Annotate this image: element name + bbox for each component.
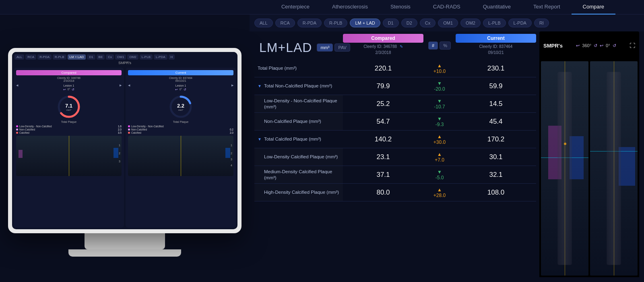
vtab-om1[interactable]: OM1	[438, 19, 458, 27]
smpr-rotate-right2-icon[interactable]: ↺	[613, 43, 616, 48]
compared-val-noncalcified: 54.7	[343, 113, 423, 131]
monitor-vessel-pink-bar	[19, 150, 23, 158]
top-navigation: Centerpiece Atherosclerosis Stenosis CAD…	[0, 0, 644, 15]
monitor-legend1-dot0	[16, 125, 18, 127]
nav-quantitative[interactable]: Quantitative	[472, 0, 522, 15]
metric-label-total-calcified: Total Calcifed Plaque (mm³)	[264, 136, 321, 142]
delta-up-total-plaque: +10.0	[433, 63, 446, 74]
monitor-refresh-icon[interactable]: ↺	[72, 88, 74, 91]
monitor-tab-be[interactable]: BE	[97, 54, 105, 60]
lmlad-mm3-btn[interactable]: mm³	[317, 44, 333, 52]
delta-lowdensity-noncalcified: -10.7	[423, 95, 456, 113]
toggle-hash-btn[interactable]: #	[428, 41, 438, 50]
compared-val-highdensity-calcified: 80.0	[343, 184, 423, 201]
compared-date: 2/3/2018	[376, 50, 391, 55]
delta-total-calcified: +30.0	[423, 131, 456, 148]
right-panel: ALL RCA R-PDA R-PLB LM + LAD D1 D2 Cx OM…	[250, 15, 644, 282]
vessel-tabs: ALL RCA R-PDA R-PLB LM + LAD D1 D2 Cx OM…	[250, 15, 644, 31]
vtab-cx[interactable]: Cx	[420, 19, 436, 27]
monitor-current-rotate-icon[interactable]: ↩	[175, 88, 178, 91]
vtab-om2[interactable]: OM2	[460, 19, 481, 27]
vtab-lmlad[interactable]: LM + LAD	[350, 19, 380, 27]
monitor-prev-nav[interactable]: ◀	[16, 84, 18, 87]
monitor-tab-rplb[interactable]: R-PLB	[53, 54, 66, 60]
arrow-up-icon-highdensity-calcified	[433, 187, 446, 193]
compared-badge: Compared	[343, 34, 423, 43]
nav-text-report[interactable]: Text Report	[522, 0, 571, 15]
arrow-down-icon-mediumdensity-calcified	[436, 169, 444, 175]
monitor-legend2: Low-Density - Non-Calcified Non-Calcifie…	[128, 125, 233, 134]
monitor-legend2-dot2	[128, 132, 130, 134]
monitor-screen: ALL RCA R-PDA R-PLB LM + LAD D1 BE Cx OM…	[12, 52, 237, 229]
smpr-rotate-right-icon[interactable]: ↺	[594, 43, 597, 48]
arrow-down-icon-lowdensity-noncalcified	[434, 98, 445, 104]
vtab-rca[interactable]: RCA	[275, 19, 295, 27]
toggle-percent-btn[interactable]: %	[440, 41, 451, 50]
smpr-rotate-left2-icon[interactable]: ↩	[600, 43, 603, 48]
monitor-tab-d1[interactable]: D1	[87, 54, 95, 60]
smpr-rotate-left-icon[interactable]: ↩	[576, 43, 580, 48]
nav-compare[interactable]: Compare	[572, 0, 615, 15]
vtab-ri[interactable]: RI	[534, 19, 549, 27]
nav-stenosis[interactable]: Stenosis	[379, 0, 422, 15]
monitor-tab-lpda[interactable]: L-PDA	[154, 54, 167, 60]
delta-mediumdensity-calcified: -5.0	[423, 166, 456, 184]
monitor-compared-header: Compared	[16, 70, 122, 75]
delta-header: # %	[428, 31, 451, 60]
monitor-tab-om1[interactable]: OM1	[115, 54, 126, 60]
vtab-d2[interactable]: D2	[401, 19, 417, 27]
monitor-vessel-yellow-line	[69, 136, 69, 176]
metric-row-lowdensity-calcified: Low-Density Calcified Plaque (mm³)	[254, 148, 343, 166]
vtab-all[interactable]: ALL	[254, 19, 273, 27]
monitor-current-refresh-icon[interactable]: ↺	[184, 88, 186, 91]
monitor-rotate-icon[interactable]: ↩	[63, 88, 66, 91]
current-val-mediumdensity-calcified: 32.1	[456, 166, 536, 184]
delta-noncalcified: -9.3	[423, 113, 456, 131]
monitor-tab-rca[interactable]: RCA	[25, 54, 36, 60]
monitor-tab-rpda[interactable]: R-PDA	[37, 54, 52, 60]
metric-label-lowdensity-calcified: Low-Density Calcified Plaque (mm³)	[264, 154, 338, 160]
monitor-current-next-nav[interactable]: ▶	[231, 84, 233, 87]
monitor-tab-lmlad[interactable]: LM + LAD	[68, 54, 86, 60]
monitor-current-vessel-yellow	[181, 136, 181, 176]
compared-val-lowdensity-noncalcified: 25.2	[343, 95, 423, 113]
monitor-current-num3: 3	[231, 158, 232, 161]
svg-rect-4	[557, 72, 572, 265]
edit-icon[interactable]: ✎	[400, 44, 403, 49]
monitor-tab-h[interactable]: H	[169, 54, 175, 60]
monitor-compared-vessel-image: 1 2 3	[16, 136, 122, 176]
monitor-tab-om2[interactable]: OM2	[127, 54, 138, 60]
compared-val-total-plaque: 220.1	[343, 60, 423, 77]
nav-atherosclerosis[interactable]: Atherosclerosis	[321, 0, 379, 15]
chevron-calcified-icon[interactable]: ▼	[258, 137, 262, 141]
chevron-noncalcified-icon[interactable]: ▼	[258, 84, 262, 88]
monitor-gauge1-center: 7.1 mm³	[65, 103, 72, 111]
compared-val-total-noncalcified: 79.9	[343, 77, 423, 95]
nav-centerpiece[interactable]: Centerpiece	[270, 0, 321, 15]
vtab-lpda[interactable]: L-PDA	[508, 19, 532, 27]
monitor-tab-lplb[interactable]: L-PLB	[140, 54, 153, 60]
current-val-lowdensity-calcified: 30.1	[456, 148, 536, 166]
monitor-stand	[85, 233, 165, 249]
monitor-tab-cx[interactable]: Cx	[106, 54, 114, 60]
delta-up-total-calcified: +30.0	[433, 134, 446, 145]
monitor-vessel-num1: 1	[119, 144, 120, 147]
nav-cad-rads[interactable]: CAD-RADS	[422, 0, 472, 15]
monitor-current-vessel-blue	[225, 148, 230, 158]
vtab-d1[interactable]: D1	[383, 19, 399, 27]
monitor-next-nav[interactable]: ▶	[120, 84, 122, 87]
delta-down-noncalcified: -9.3	[436, 116, 444, 127]
arrow-up-icon-lowdensity-calcified	[435, 151, 444, 157]
vtab-rplb[interactable]: R-PLB	[324, 19, 347, 27]
monitor-legend2-item2: Calcified 2.0	[128, 131, 233, 134]
current-column-header: Current Cleerly ID: 837464 09/10/21	[456, 31, 536, 60]
monitor-tab-all[interactable]: ALL	[14, 54, 24, 60]
monitor-legend1-item2: Calcified 3.5	[16, 131, 122, 134]
arrow-down-icon-total-noncalcified	[434, 81, 445, 86]
compared-column-header: Compared Cleerly ID: 346788 ✎ 2/3/2018	[343, 31, 423, 60]
monitor-controls: ↩ 0° ↺	[16, 88, 122, 91]
monitor-current-prev-nav[interactable]: ◀	[128, 84, 130, 87]
vtab-lplb[interactable]: L-PLB	[483, 19, 506, 27]
smpr-expand-icon[interactable]: ⛶	[630, 42, 635, 49]
vtab-rpda[interactable]: R-PDA	[297, 19, 322, 27]
